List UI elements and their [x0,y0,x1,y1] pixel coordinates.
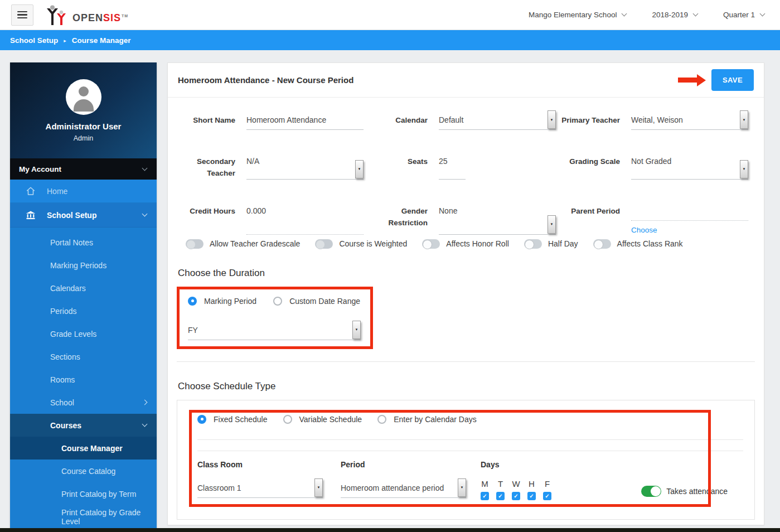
sidebar-item-school[interactable]: School [10,391,157,414]
sidebar-item-course-manager[interactable]: Course Manager [10,437,157,460]
grading-scale-select[interactable]: Not Graded ▼ [631,153,748,180]
sidebar-item-periods[interactable]: Periods [10,299,157,322]
radio-unchecked-icon [273,297,282,306]
sidebar-item-home[interactable]: Home [10,180,157,203]
seats-label: Seats [369,153,428,180]
monday-checkbox[interactable]: ✓ [481,492,489,500]
school-selector[interactable]: Mango Elementary School [529,11,626,19]
takes-attendance-label: Takes attendance [666,487,728,496]
secondary-teacher-select[interactable]: N/A ▼ [246,153,364,180]
marking-period-select[interactable]: FY ▼ [188,322,361,340]
quarter-selector[interactable]: Quarter 1 [723,11,764,19]
sidebar-item-marking-periods[interactable]: Marking Periods [10,254,157,277]
school-year-selector[interactable]: 2018-2019 [652,11,697,19]
divider [197,439,743,440]
chevron-down-icon [693,11,699,17]
dropdown-arrow-icon: ▼ [355,160,364,178]
breadcrumb-separator-icon: ▸ [64,37,66,43]
period-select[interactable]: Homeroom attendance period ▼ [341,480,466,498]
day-letter-thursday: H [527,479,536,489]
duration-heading: Choose the Duration [178,268,755,279]
sidebar-item-portal-notes[interactable]: Portal Notes [10,231,157,254]
gender-restriction-label: Gender Restriction [369,203,428,235]
save-button[interactable]: SAVE [711,69,754,91]
opensis-logo-text: openSISTM [72,13,128,25]
marking-period-radio[interactable]: Marking Period [188,297,256,306]
friday-checkbox[interactable]: ✓ [543,492,551,500]
chevron-right-icon [142,400,148,405]
parent-period-choose-link[interactable]: Choose [631,226,657,234]
course-toggles: Allow Teacher Gradescale Course is Weigh… [186,239,755,249]
enter-by-calendar-days-radio[interactable]: Enter by Calendar Days [377,415,477,424]
sidebar: Administrator User Admin My Account Home… [10,62,157,529]
radio-checked-icon [188,297,197,306]
variable-schedule-radio[interactable]: Variable Schedule [283,415,362,424]
grading-scale-label: Grading Scale [561,153,620,180]
short-name-input[interactable]: Homeroom Attendance [246,112,364,130]
tuesday-checkbox[interactable]: ✓ [496,492,505,500]
wednesday-checkbox[interactable]: ✓ [512,492,520,500]
day-letter-tuesday: T [496,479,505,489]
sidebar-item-grade-levels[interactable]: Grade Levels [10,322,157,345]
dropdown-arrow-icon: ▼ [314,478,323,497]
fixed-schedule-radio[interactable]: Fixed Schedule [197,415,268,424]
thursday-checkbox[interactable]: ✓ [527,492,536,500]
gender-restriction-select[interactable]: None ▼ [439,203,556,235]
dropdown-arrow-icon: ▼ [458,478,466,497]
sidebar-item-print-catalog-by-grade-level[interactable]: Print Catalog by Grade Level [10,505,157,528]
profile-name: Administrator User [46,122,122,131]
sidebar-item-my-account[interactable]: My Account [10,158,157,180]
affects-class-rank-toggle[interactable] [593,239,611,249]
half-day-toggle[interactable] [524,239,542,249]
credit-hours-label: Credit Hours [177,203,235,235]
course-is-weighted-toggle[interactable] [315,239,333,249]
dropdown-arrow-icon: ▼ [548,110,556,129]
sidebar-item-print-catalog-by-term[interactable]: Print Catalog by Term [10,482,157,505]
opensis-logo-icon [46,5,71,25]
sidebar-item-rooms[interactable]: Rooms [10,368,157,391]
hamburger-menu-button[interactable] [11,4,33,26]
chevron-down-icon [142,422,148,427]
duration-section: Marking Period Custom Date Range FY ▼ [177,287,373,349]
bottom-edge-strip [0,528,780,532]
schedule-type-section: Fixed Schedule Variable Schedule Enter b… [177,400,755,520]
primary-teacher-label: Primary Teacher [561,112,620,130]
dropdown-arrow-icon: ▼ [740,160,748,178]
class-room-select[interactable]: Classroom 1 ▼ [197,480,323,498]
takes-attendance-toggle[interactable] [641,486,661,497]
takes-attendance-group: Takes attendance [641,482,728,500]
primary-teacher-select[interactable]: Weital, Weison ▼ [631,112,748,130]
chevron-down-icon [142,211,148,217]
calendar-select[interactable]: Default ▼ [439,112,556,130]
sidebar-item-label: School Setup [47,211,96,220]
parent-period-input[interactable] [631,203,748,221]
radio-unchecked-icon [283,415,292,424]
dropdown-arrow-icon: ▼ [548,215,556,234]
credit-hours-input[interactable]: 0.000 [246,203,364,235]
user-avatar-icon [79,86,89,96]
breadcrumb: School Setup ▸ Course Manager [0,30,780,50]
allow-teacher-gradescale-toggle[interactable] [186,239,204,249]
short-name-label: Short Name [177,112,235,130]
sidebar-item-courses[interactable]: Courses [10,414,157,437]
parent-period-label: Parent Period [561,203,620,235]
section-divider [177,361,755,362]
breadcrumb-course-manager[interactable]: Course Manager [72,36,131,45]
opensis-logo: openSISTM [46,5,128,25]
sidebar-item-calendars[interactable]: Calendars [10,277,157,299]
school-setup-icon [26,210,36,220]
dropdown-arrow-icon: ▼ [740,110,748,129]
sidebar-item-course-catalog[interactable]: Course Catalog [10,460,157,482]
school-selector-value: Mango Elementary School [529,11,617,19]
custom-date-range-radio[interactable]: Custom Date Range [273,297,360,306]
breadcrumb-school-setup[interactable]: School Setup [10,36,58,45]
affects-honor-roll-toggle[interactable] [422,239,440,249]
chevron-down-icon [760,11,766,17]
days-label: Days [481,460,551,469]
quarter-value: Quarter 1 [723,11,755,19]
seats-input[interactable]: 25 [439,153,466,180]
sidebar-item-sections[interactable]: Sections [10,345,157,368]
sidebar-item-school-setup[interactable]: School Setup [10,203,157,228]
top-header: openSISTM Mango Elementary School 2018-2… [0,0,780,30]
sidebar-item-label: Home [47,187,67,196]
